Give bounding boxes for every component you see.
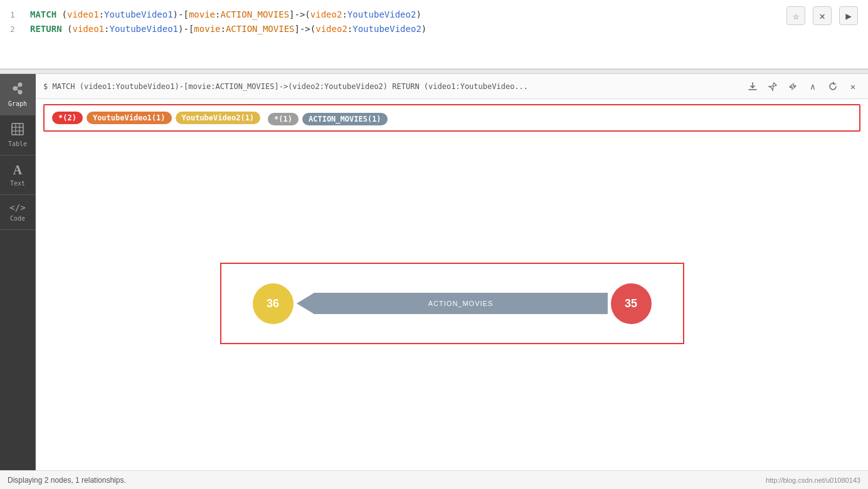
expand-icon[interactable] bbox=[785, 79, 800, 94]
refresh-icon[interactable] bbox=[825, 79, 840, 94]
svg-line-3 bbox=[17, 86, 19, 88]
pin-icon[interactable] bbox=[765, 79, 780, 94]
status-url: http://blog.csdn.net/u01080143 bbox=[766, 476, 860, 484]
sidebar: Graph Table A Text </> Code bbox=[0, 74, 36, 470]
sidebar-item-table[interactable]: Table bbox=[0, 115, 35, 155]
node-36-value: 36 bbox=[267, 297, 279, 310]
svg-point-0 bbox=[13, 87, 17, 90]
keyword-match: MATCH bbox=[30, 9, 62, 19]
node-36[interactable]: 36 bbox=[253, 283, 294, 324]
badge-all-nodes[interactable]: *(2) bbox=[52, 112, 83, 124]
close-result-icon[interactable]: ✕ bbox=[845, 79, 860, 94]
separator bbox=[0, 69, 868, 74]
main-content: $ MATCH (video1:YoutubeVideo1)-[movie:AC… bbox=[36, 74, 868, 470]
result-header: $ MATCH (video1:YoutubeVideo1)-[movie:AC… bbox=[36, 74, 868, 99]
svg-rect-5 bbox=[12, 124, 23, 135]
code-icon: </> bbox=[9, 202, 25, 213]
badge-youtube-video2[interactable]: YoutubeVideo2(1) bbox=[176, 112, 261, 124]
node-35-value: 35 bbox=[625, 297, 637, 310]
badge-youtube-video1[interactable]: YoutubeVideo1(1) bbox=[87, 112, 172, 124]
star-button[interactable]: ☆ bbox=[786, 6, 805, 25]
sidebar-graph-label: Graph bbox=[8, 100, 27, 107]
graph-icon bbox=[11, 82, 24, 98]
code-line-1: 1 MATCH (video1:YoutubeVideo1)-[movie:AC… bbox=[10, 8, 858, 22]
sidebar-item-text[interactable]: A Text bbox=[0, 155, 35, 195]
close-button[interactable]: ✕ bbox=[813, 6, 832, 25]
result-query-preview: $ MATCH (video1:YoutubeVideo1)-[movie:AC… bbox=[43, 82, 740, 91]
graph-viz: 36 ACTION_MOVIES 35 bbox=[220, 263, 684, 344]
sidebar-item-code[interactable]: </> Code bbox=[0, 195, 35, 230]
code-content-1: MATCH (video1:YoutubeVideo1)-[movie:ACTI… bbox=[30, 8, 421, 21]
code-line-2: 2 RETURN (video1:YoutubeVideo1)-[movie:A… bbox=[10, 22, 858, 36]
status-text: Displaying 2 nodes, 1 relationships. bbox=[8, 476, 126, 485]
node-35[interactable]: 35 bbox=[611, 283, 652, 324]
relationship-label: ACTION_MOVIES bbox=[428, 300, 493, 307]
code-content-2: RETURN (video1:YoutubeVideo1)-[movie:ACT… bbox=[30, 22, 426, 36]
arrow-body: ACTION_MOVIES bbox=[314, 293, 608, 314]
filter-badges-row: *(2) YoutubeVideo1(1) YoutubeVideo2(1) *… bbox=[43, 104, 860, 132]
run-button[interactable]: ▶ bbox=[839, 6, 858, 25]
line-number-1: 1 bbox=[10, 9, 25, 22]
badge-action-movies[interactable]: ACTION_MOVIES(1) bbox=[302, 113, 388, 125]
result-header-icons: ∧ ✕ bbox=[745, 79, 860, 94]
text-icon: A bbox=[13, 163, 22, 177]
line-number-2: 2 bbox=[10, 23, 25, 36]
editor-toolbar: ☆ ✕ ▶ bbox=[786, 6, 858, 25]
download-icon[interactable] bbox=[745, 79, 760, 94]
svg-line-4 bbox=[17, 89, 19, 92]
results-panel: Graph Table A Text </> Code bbox=[0, 74, 868, 470]
sidebar-code-label: Code bbox=[10, 215, 25, 222]
graph-area: 36 ACTION_MOVIES 35 bbox=[36, 137, 868, 470]
badge-all-rels[interactable]: *(1) bbox=[268, 113, 299, 125]
status-bar: Displaying 2 nodes, 1 relationships. htt… bbox=[0, 470, 868, 489]
table-icon bbox=[11, 123, 24, 138]
collapse-icon[interactable]: ∧ bbox=[805, 79, 820, 94]
code-editor: 1 MATCH (video1:YoutubeVideo1)-[movie:AC… bbox=[0, 0, 868, 69]
arrow-head bbox=[297, 293, 314, 314]
keyword-return: RETURN bbox=[30, 24, 67, 34]
sidebar-table-label: Table bbox=[8, 140, 27, 147]
sidebar-item-graph[interactable]: Graph bbox=[0, 74, 35, 115]
sidebar-text-label: Text bbox=[10, 180, 25, 187]
relationship-arrow: ACTION_MOVIES bbox=[297, 293, 608, 314]
